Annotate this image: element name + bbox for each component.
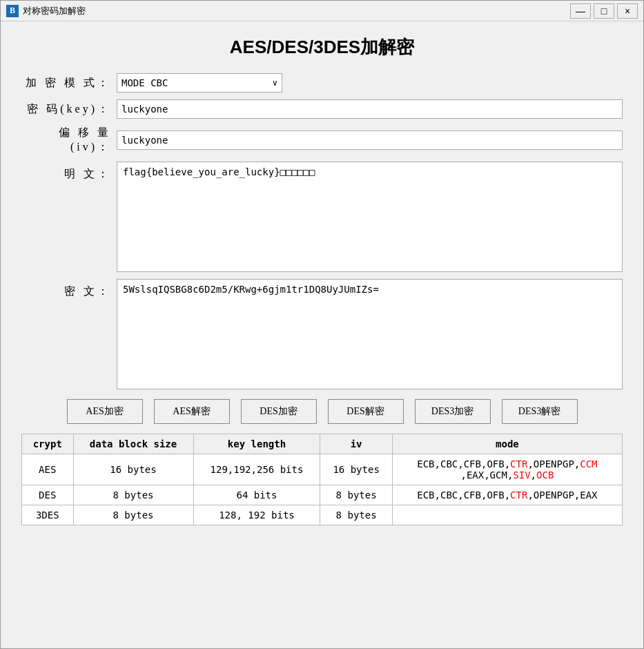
title-bar-left: B 对称密码加解密 xyxy=(6,5,86,17)
iv-aes: 16 bytes xyxy=(320,454,392,485)
buttons-row: AES加密 AES解密 DES加密 DES解密 DES3加密 DES3解密 xyxy=(21,399,623,424)
mode-dropdown-wrapper: MODE_CBC MODE_ECB MODE_CFB MODE_OFB MODE… xyxy=(117,73,282,93)
plaintext-label: 明 文： xyxy=(21,167,111,182)
iv-input[interactable] xyxy=(117,130,623,150)
iv-des: 8 bytes xyxy=(320,485,392,505)
des-decrypt-button[interactable]: DES解密 xyxy=(328,399,404,424)
mode-des: ECB,CBC,CFB,OFB,CTR,OPENPGP,EAX xyxy=(392,485,622,505)
mode-3des xyxy=(392,505,622,525)
des-encrypt-button[interactable]: DES加密 xyxy=(241,399,317,424)
col-iv: iv xyxy=(320,434,392,454)
table-row: AES 16 bytes 129,192,256 bits 16 bytes E… xyxy=(22,454,623,485)
window-controls: — □ × xyxy=(570,3,638,19)
mode-aes: ECB,CBC,CFB,OFB,CTR,OPENPGP,CCM ,EAX,GCM… xyxy=(392,454,622,485)
block-size-3des: 8 bytes xyxy=(73,505,193,525)
content-area: AES/DES/3DES加解密 加 密 模 式： MODE_CBC MODE_E… xyxy=(1,21,643,648)
ciphertext-label: 密 文： xyxy=(21,284,111,299)
app-icon: B xyxy=(6,5,19,17)
title-bar: B 对称密码加解密 — □ × xyxy=(1,1,643,21)
main-window: B 对称密码加解密 — □ × AES/DES/3DES加解密 加 密 模 式：… xyxy=(0,0,644,649)
block-size-des: 8 bytes xyxy=(73,485,193,505)
crypt-3des: 3DES xyxy=(22,505,74,525)
iv-3des: 8 bytes xyxy=(320,505,392,525)
ciphertext-row: 密 文： 5WslsqIQSBG8c6D2m5/KRwg+6gjm1tr1DQ8… xyxy=(21,279,623,389)
key-length-des: 64 bits xyxy=(193,485,320,505)
table-row: DES 8 bytes 64 bits 8 bytes ECB,CBC,CFB,… xyxy=(22,485,623,505)
key-row: 密 码(key)： xyxy=(21,99,623,119)
key-length-3des: 128, 192 bits xyxy=(193,505,320,525)
mode-select[interactable]: MODE_CBC MODE_ECB MODE_CFB MODE_OFB MODE… xyxy=(117,74,282,92)
mode-row: 加 密 模 式： MODE_CBC MODE_ECB MODE_CFB MODE… xyxy=(21,73,623,93)
info-table: crypt data block size key length iv mode… xyxy=(21,434,623,525)
col-crypt: crypt xyxy=(22,434,74,454)
crypt-des: DES xyxy=(22,485,74,505)
iv-row: 偏 移 量(iv)： xyxy=(21,126,623,155)
des3-decrypt-button[interactable]: DES3解密 xyxy=(502,399,578,424)
col-block-size: data block size xyxy=(73,434,193,454)
maximize-button[interactable]: □ xyxy=(594,3,614,19)
table-row: 3DES 8 bytes 128, 192 bits 8 bytes xyxy=(22,505,623,525)
col-mode: mode xyxy=(392,434,622,454)
col-key-length: key length xyxy=(193,434,320,454)
plaintext-textarea[interactable]: flag{believe_you_are_lucky}□□□□□□ xyxy=(117,162,623,272)
page-title: AES/DES/3DES加解密 xyxy=(21,35,623,59)
des3-encrypt-button[interactable]: DES3加密 xyxy=(415,399,491,424)
block-size-aes: 16 bytes xyxy=(73,454,193,485)
ciphertext-textarea[interactable]: 5WslsqIQSBG8c6D2m5/KRwg+6gjm1tr1DQ8UyJUm… xyxy=(117,279,623,389)
key-label: 密 码(key)： xyxy=(21,102,111,117)
key-length-aes: 129,192,256 bits xyxy=(193,454,320,485)
aes-encrypt-button[interactable]: AES加密 xyxy=(67,399,143,424)
mode-label: 加 密 模 式： xyxy=(21,76,111,90)
plaintext-row: 明 文： flag{believe_you_are_lucky}□□□□□□ xyxy=(21,162,623,272)
key-input[interactable] xyxy=(117,99,623,119)
minimize-button[interactable]: — xyxy=(570,3,591,19)
window-title: 对称密码加解密 xyxy=(23,5,86,17)
aes-decrypt-button[interactable]: AES解密 xyxy=(154,399,230,424)
close-button[interactable]: × xyxy=(617,3,638,19)
iv-label: 偏 移 量(iv)： xyxy=(21,126,111,155)
crypt-aes: AES xyxy=(22,454,74,485)
